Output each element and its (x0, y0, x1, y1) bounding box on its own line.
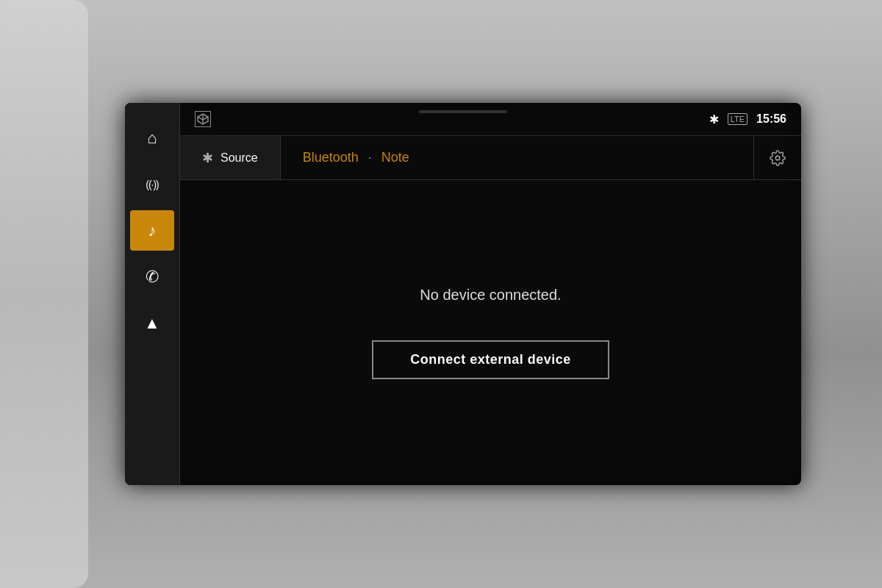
cube-icon (195, 111, 211, 127)
source-bluetooth-icon: ✱ (202, 150, 213, 166)
home-icon: ⌂ (147, 129, 157, 148)
navigation-icon: ▲ (144, 314, 160, 333)
sidebar-item-music[interactable]: ♪ (130, 210, 174, 251)
left-bezel (0, 0, 88, 588)
settings-tab[interactable] (753, 136, 801, 179)
content-area: No device connected. Connect external de… (180, 180, 801, 485)
status-bar-right: ✱ LTE 15:56 (709, 112, 786, 126)
dot-separator: · (368, 150, 372, 165)
bluetooth-tab[interactable]: Bluetooth · Note (281, 136, 753, 179)
source-tab[interactable]: ✱ Source (180, 136, 281, 179)
car-surround: ⌂ ((·)) ♪ ✆ ▲ (0, 0, 882, 588)
bluetooth-tab-label: Bluetooth · Note (303, 150, 409, 165)
gear-icon (770, 150, 786, 166)
tab-bar: ✱ Source Bluetooth · Note (180, 136, 801, 180)
svg-point-0 (775, 156, 780, 160)
status-bar: ✱ LTE 15:56 (180, 103, 801, 136)
lte-icon: LTE (728, 113, 747, 125)
phone-icon: ✆ (146, 268, 159, 287)
source-label: Source (220, 151, 258, 165)
sidebar-item-radio[interactable]: ((·)) (130, 164, 174, 204)
sidebar-item-phone[interactable]: ✆ (130, 257, 174, 297)
sidebar-item-home[interactable]: ⌂ (130, 118, 174, 158)
music-icon: ♪ (148, 221, 157, 240)
status-bar-left (195, 111, 211, 127)
sidebar-item-navigation[interactable]: ▲ (130, 303, 174, 343)
no-device-text: No device connected. (420, 287, 561, 304)
main-content: ✱ LTE 15:56 ✱ Source Bluetooth · Note (180, 103, 801, 485)
bluetooth-status-icon: ✱ (709, 112, 719, 126)
time-display: 15:56 (756, 112, 786, 126)
connect-external-device-button[interactable]: Connect external device (372, 340, 609, 379)
sidebar: ⌂ ((·)) ♪ ✆ ▲ (125, 103, 180, 485)
radio-icon: ((·)) (146, 179, 159, 190)
infotainment-screen: ⌂ ((·)) ♪ ✆ ▲ (125, 103, 801, 485)
